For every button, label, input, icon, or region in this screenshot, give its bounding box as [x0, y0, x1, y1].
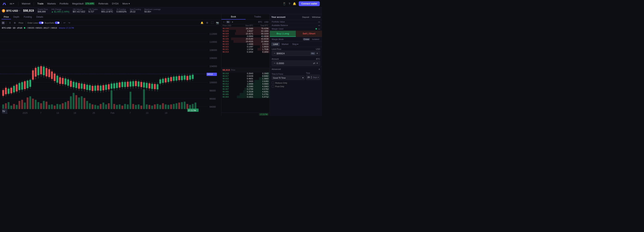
svg-rect-22 — [29, 96, 31, 109]
limit-price-inc-btn[interactable]: + — [316, 52, 318, 55]
ask-row[interactable]: 98,92519.432522.9858 — [222, 40, 270, 43]
bid-row[interactable]: 98,9040.19215.4712 — [222, 96, 270, 98]
mobile-icon[interactable]: 📱 — [282, 1, 286, 6]
swap-icon[interactable]: ⇄ — [313, 62, 315, 65]
nav-link-markets[interactable]: Markets — [45, 1, 58, 6]
order-type-stop[interactable]: Stop ▾ — [290, 42, 300, 46]
candle-type-icon[interactable]: 🕯 — [8, 21, 12, 24]
compare-icon[interactable]: ⊕ — [13, 21, 16, 24]
nav-mainnet[interactable]: Mainnet — [20, 1, 32, 6]
order-type-market[interactable]: Market — [280, 42, 290, 46]
svg-rect-36 — [67, 101, 69, 109]
alert-icon[interactable]: 🔔 — [200, 21, 204, 24]
time-down-arrow[interactable]: ▼ — [310, 77, 312, 79]
fullscreen-icon[interactable]: ⛶ — [210, 21, 214, 24]
ask-row[interactable]: 98,9293.859763.1806 — [222, 30, 270, 32]
amount-input-row[interactable]: − ⇄ + — [272, 61, 320, 66]
ask-row[interactable]: 98,93016.249079.4296 — [222, 27, 270, 30]
limit-price-input-row[interactable]: − Mid + — [272, 51, 320, 56]
help-icon[interactable]: ? — [288, 1, 291, 6]
margin-isolated-option[interactable]: Isolated — [311, 38, 320, 40]
connect-wallet-button[interactable]: Connect wallet — [299, 1, 320, 6]
ob-minus-btn[interactable]: − — [222, 20, 225, 23]
bid-row[interactable]: 98,9060.25284.8291 — [222, 90, 270, 93]
bid-row[interactable]: 98,9050.45005.2791 — [222, 93, 270, 96]
tab-price[interactable]: Price — [2, 15, 11, 19]
amount-currency: BTC — [316, 58, 320, 60]
more-chevron: ▾ — [128, 2, 130, 5]
bid-row[interactable]: 98,9070.27004.5763 — [222, 88, 270, 90]
buy-sell-tabs: Buy | Long Sell | Short — [270, 31, 322, 37]
language-selector[interactable]: AA ▾ — [8, 2, 15, 5]
advanced-toggle[interactable]: Advanced ∧ — [270, 67, 322, 71]
ask-row[interactable]: 98,92815.427159.3209 — [222, 32, 270, 35]
pair-dropdown-arrow[interactable]: ▾ — [19, 10, 20, 12]
bid-row[interactable]: 98,9170.64390.9082 — [222, 75, 270, 77]
svg-rect-26 — [40, 103, 42, 109]
megavault-label: MegaVault — [72, 2, 84, 5]
mid-button[interactable]: Mid — [310, 52, 315, 55]
deposit-button[interactable]: Deposit — [302, 16, 309, 18]
ob-tab-trades[interactable]: Trades — [246, 14, 270, 19]
tab-funding[interactable]: Funding — [22, 15, 34, 19]
post-only-row: Post-Only — [270, 85, 322, 88]
order-type-limit[interactable]: Limit — [271, 42, 280, 46]
24h-change-value: ▲ $1,405 (1.44%) — [51, 10, 69, 13]
bid-row[interactable]: 98,9141.26002.6283 — [222, 80, 270, 83]
amount-dec-btn[interactable]: − — [273, 62, 276, 65]
ob-size-badge[interactable]: $1 — [226, 21, 230, 23]
nav-link-more[interactable]: More ▾ — [120, 1, 132, 6]
live-dot — [24, 27, 25, 29]
tf-D[interactable]: D — [2, 21, 5, 24]
ask-row[interactable]: 98,9270.090043.8938 — [222, 35, 270, 38]
bid-row[interactable]: 98,9121.44004.0683 — [222, 83, 270, 85]
ob-tab-book[interactable]: Book — [222, 14, 246, 19]
sell-short-button[interactable]: Sell | Short — [296, 31, 322, 37]
order-lines-pill[interactable] — [39, 21, 44, 24]
order-lines-toggle[interactable]: Order Lines — [28, 21, 44, 24]
btc-icon: ₿ — [2, 9, 5, 12]
buy-long-button[interactable]: Buy | Long — [270, 31, 296, 37]
ask-row[interactable]: 98,9220.13971.8933 — [222, 45, 270, 48]
withdraw-button[interactable]: Withdraw — [312, 16, 320, 18]
bid-row[interactable]: 98,9080.23804.3063 — [222, 85, 270, 88]
reduce-only-checkbox[interactable] — [272, 82, 274, 84]
limit-price-dec-btn[interactable]: − — [273, 52, 276, 55]
ask-row[interactable]: 98,9231.66003.5533 — [222, 43, 270, 45]
logo[interactable] — [2, 2, 6, 6]
settings-icon[interactable]: ⚙ — [205, 21, 209, 24]
ask-row[interactable]: 98,9190.18320.1832 — [222, 51, 270, 53]
tab-details[interactable]: Details — [34, 15, 46, 19]
undo-icon[interactable]: ↩ — [63, 21, 66, 24]
ob-plus-btn[interactable]: + — [231, 20, 234, 23]
amount-input[interactable] — [276, 62, 312, 65]
nav-link-trade[interactable]: Trade — [36, 1, 45, 6]
time-value-row[interactable]: 28 ▲ ▼ Days ▾ — [306, 75, 320, 80]
portfolio-value-value: — — [318, 21, 320, 23]
camera-icon[interactable]: 📷 — [215, 21, 220, 24]
tab-depth[interactable]: Depth — [11, 15, 22, 19]
limit-price-input[interactable] — [276, 52, 310, 55]
indicators-button[interactable]: Price — [18, 21, 24, 24]
ticker-pair[interactable]: ₿ BTC-USD ▾ — [2, 9, 20, 12]
time-in-force-select[interactable]: Good Til Time ▾ — [272, 76, 305, 80]
nav-link-dydx[interactable]: DYDX — [110, 1, 120, 6]
time-unit-chevron[interactable]: ▾ — [318, 77, 319, 78]
buys-sells-toggle[interactable]: Buys/Sells — [45, 21, 60, 24]
bid-row[interactable]: 98,9150.46011.3683 — [222, 77, 270, 80]
post-only-checkbox[interactable] — [272, 85, 274, 88]
buys-sells-pill[interactable] — [55, 21, 60, 24]
ask-row[interactable]: 98,9211.57041.7536 — [222, 48, 270, 51]
ask-row[interactable]: 98,92620.818043.8038 — [222, 38, 270, 40]
nav-link-referrals[interactable]: Referrals — [96, 1, 110, 6]
margin-cross-option[interactable]: Cross — [303, 38, 310, 40]
margin-mode-options: Cross Isolated — [303, 38, 320, 40]
notification-icon[interactable]: 🔔 — [292, 1, 297, 6]
redo-icon[interactable]: ↪ — [68, 21, 71, 24]
nav-link-megavault[interactable]: MegaVault 17% APR — [70, 1, 96, 6]
bid-row[interactable]: 98,9180.26430.2643 — [222, 72, 270, 75]
amount-inc-btn[interactable]: + — [316, 62, 318, 65]
nav-separator-2 — [34, 2, 34, 5]
nav-link-portfolio[interactable]: Portfolio — [58, 1, 70, 6]
svg-rect-68 — [154, 105, 156, 109]
